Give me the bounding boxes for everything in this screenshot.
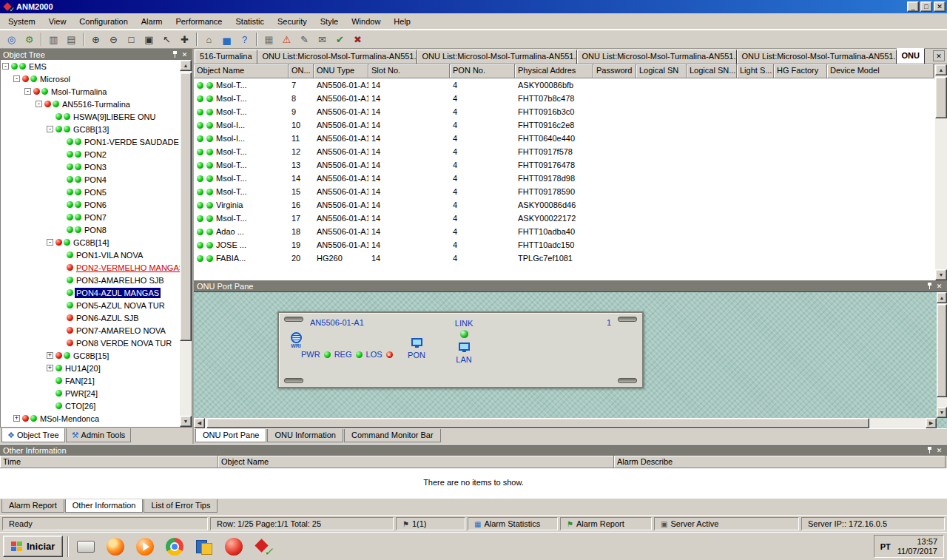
port-pane-vscrollbar-thumb[interactable] [937, 304, 947, 397]
tree-node-label[interactable]: MSol-Mendonca [38, 414, 101, 424]
tree-node-label[interactable]: PON1-VILA NOVA [75, 250, 144, 260]
onu-table-row[interactable]: Msol-T...12AN5506-01-A1144FHTT0917f578 [194, 145, 935, 158]
save-icon[interactable]: ▥ [45, 32, 62, 47]
column-header-onu-type[interactable]: ONU Type [314, 64, 368, 78]
tree-scrollbar-track[interactable] [180, 71, 192, 416]
tree-node-pon6-azul-sjb[interactable]: PON6-AZUL SJB [1, 311, 180, 324]
pointer-icon[interactable]: ↖ [158, 32, 175, 47]
tree-node-gc8b-13[interactable]: -GC8B[13] [1, 123, 180, 135]
minus-expander-icon[interactable]: - [36, 101, 42, 107]
onu-table-row[interactable]: Msol-T...15AN5506-01-A1144FHTT09178590 [194, 185, 935, 198]
menu-item-view[interactable]: View [42, 15, 73, 28]
scroll-left-icon[interactable]: ◀ [194, 418, 205, 428]
document-tab-516-turmalina[interactable]: 516-Turmalina [195, 50, 257, 64]
tree-node-label[interactable]: AN5516-Turmalina [61, 99, 132, 109]
device-panel-icon[interactable]: ▦ [260, 32, 277, 47]
tree-node-pon6[interactable]: PON6 [1, 198, 180, 211]
column-header-physical-addres[interactable]: Physical Addres [515, 64, 593, 78]
lan-port[interactable]: LINK LAN [451, 319, 477, 364]
tree-node-label[interactable]: FAN[21] [64, 376, 96, 386]
tree-node-label[interactable]: PON8 VERDE NOVA TUR [75, 338, 173, 348]
onu-table-row[interactable]: Msol-T...14AN5506-01-A1144FHTT09178d98 [194, 172, 935, 185]
tree-node-an5516-turmalina[interactable]: -AN5516-Turmalina [1, 98, 180, 110]
tree-node-gc8b-14[interactable]: -GC8B[14] [1, 236, 180, 249]
exit-icon[interactable]: ✖ [349, 32, 366, 47]
scroll-down-icon[interactable]: ▼ [935, 269, 947, 280]
plus-expander-icon[interactable]: + [13, 415, 20, 422]
tree-node-pon7-amarelo-nova[interactable]: PON7-AMARELO NOVA [1, 324, 180, 337]
tab-close-icon[interactable]: ✕ [933, 50, 945, 61]
tree-node-hu1a-20[interactable]: +HU1A[20] [1, 362, 180, 374]
menu-item-configuration[interactable]: Configuration [73, 15, 134, 28]
menu-item-statistic[interactable]: Statistic [229, 15, 272, 28]
tree-node-label[interactable]: GC8B[14] [72, 237, 110, 248]
onu-table-row[interactable]: Virginia16AN5506-01-A1144ASKY00086d46 [194, 198, 935, 212]
document-tab-onu-list-microsol-msol-turmalina-an551[interactable]: ONU List:Microsol-Msol-Turmalina-AN551..… [257, 50, 417, 64]
tree-node-label[interactable]: EMS [27, 61, 48, 72]
menu-item-alarm[interactable]: Alarm [135, 15, 169, 28]
media-player-icon[interactable] [132, 536, 158, 558]
taskbar-clock[interactable]: 13:57 11/07/2017 [897, 537, 937, 556]
port-pane-hscrollbar-track[interactable] [205, 418, 926, 428]
tree-node-pon4-azul-mangas[interactable]: PON4-AZUL MANGAS [1, 286, 180, 299]
tree-node-label[interactable]: PON6 [83, 200, 108, 210]
scroll-right-icon[interactable]: ▶ [926, 418, 937, 428]
alarm-icon[interactable]: ⚠ [278, 32, 295, 47]
tree-node-hswa-9-libere-onu[interactable]: HSWA[9]LIBERE ONU [1, 110, 180, 123]
scroll-down-icon[interactable]: ▼ [937, 407, 947, 418]
tree-node-label[interactable]: PON2-VERMELHO MANGAS [75, 263, 180, 273]
onu-table-row[interactable]: Msol-T...8AN5506-01-A1144FHTT07b8c478 [194, 92, 935, 105]
document-tab-onu[interactable]: ONU [897, 48, 925, 64]
zoom-select-icon[interactable]: □ [123, 32, 140, 47]
port-pane-vscrollbar[interactable]: ▲ ▼ [937, 292, 947, 418]
confirm-icon[interactable]: ✔ [331, 32, 348, 47]
column-header-logical-sn[interactable]: Logical SN... [687, 64, 737, 78]
column-header-password[interactable]: Password [593, 64, 636, 78]
column-header-time[interactable]: Time [0, 456, 218, 468]
panel-close-icon[interactable]: ✕ [180, 50, 189, 59]
status-alarm-statistics[interactable]: ▦Alarm Statistics [468, 517, 558, 530]
tree-node-label[interactable]: PON8 [83, 225, 108, 235]
red-sphere-icon[interactable] [221, 536, 246, 558]
port-pane-vscrollbar-track[interactable] [937, 303, 947, 407]
ems-view-icon[interactable]: ◎ [3, 32, 20, 47]
print-icon[interactable]: ▤ [63, 32, 80, 47]
firefox-icon[interactable] [103, 536, 128, 558]
tree-node-label[interactable]: PON1-VERDE SAUDADE [83, 137, 180, 147]
column-header-object-name[interactable]: Object Name [218, 456, 614, 468]
onu-table-row[interactable]: Msol-I...10AN5506-01-A1144FHTT0916c2e8 [194, 118, 935, 132]
tree-node-pon7[interactable]: PON7 [1, 211, 180, 223]
tree-node-label[interactable]: PON3-AMARELHO SJB [75, 275, 166, 286]
pin-icon[interactable] [925, 282, 934, 291]
minus-expander-icon[interactable]: - [47, 126, 53, 132]
tree-node-msol-turmalina[interactable]: -Msol-Turmalina [1, 85, 180, 98]
document-tab-onu-list-microsol-msol-turmalina-an551[interactable]: ONU List:Microsol-Msol-Turmalina-AN551..… [577, 50, 737, 64]
scroll-up-icon[interactable]: ▲ [937, 292, 947, 303]
minus-expander-icon[interactable]: - [47, 239, 53, 246]
tree-node-pon8-verde-nova-tur[interactable]: PON8 VERDE NOVA TUR [1, 337, 180, 349]
help-icon[interactable]: ? [236, 32, 253, 47]
minimize-button[interactable]: _ [907, 1, 919, 12]
zoom-out-icon[interactable]: ⊖ [105, 32, 122, 47]
menu-item-window[interactable]: Window [345, 15, 387, 28]
plus-expander-icon[interactable]: + [47, 365, 53, 371]
column-header-pon-no[interactable]: PON No. [450, 64, 515, 78]
menu-item-help[interactable]: Help [387, 15, 417, 28]
column-header-device-model[interactable]: Device Model [827, 64, 934, 78]
panel-close-icon[interactable]: ✕ [934, 282, 944, 291]
onu-table-row[interactable]: JOSE ...19AN5506-01-A1144FHTT10adc150 [194, 238, 935, 252]
document-tab-onu-list-microsol-msol-turmalina-an551[interactable]: ONU List:Microsol-Msol-Turmalina-AN551..… [737, 50, 897, 64]
fit-view-icon[interactable]: ▣ [141, 32, 158, 47]
tree-node-pwr-24[interactable]: PWR[24] [1, 387, 180, 399]
onu-table-row[interactable]: Adao ...18AN5506-01-A1144FHTT10adba40 [194, 225, 935, 238]
minus-expander-icon[interactable]: - [2, 63, 9, 70]
tree-node-label[interactable]: PON7 [83, 212, 108, 223]
tree-node-microsol[interactable]: -Microsol [1, 72, 180, 85]
chart-icon[interactable]: ▅ [218, 32, 235, 47]
onu-table-row[interactable]: Msol-I...11AN5506-01-A1144FHTT0640e440 [194, 132, 935, 145]
tree-node-label[interactable]: PON3 [83, 162, 108, 172]
tree-node-label[interactable]: PON4-AZUL MANGAS [75, 288, 161, 298]
tree-node-label[interactable]: PON5 [83, 187, 108, 198]
status-alarm-count[interactable]: ⚑1(1) [396, 517, 465, 530]
column-header-alarm-describe[interactable]: Alarm Describe [614, 456, 946, 468]
